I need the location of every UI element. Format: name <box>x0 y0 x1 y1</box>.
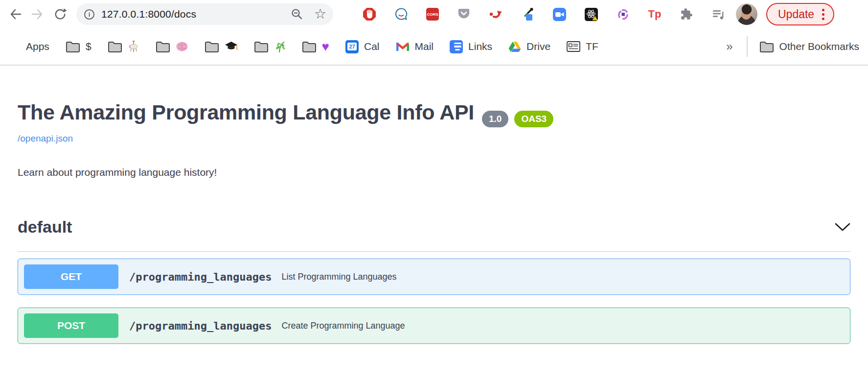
endpoint-path: /programming_languages <box>129 271 272 283</box>
bookmarks-divider <box>747 36 748 57</box>
folder-icon <box>205 41 219 53</box>
other-bookmarks[interactable]: Other Bookmarks <box>759 41 859 53</box>
bookmark-tf[interactable]: TF <box>567 41 598 52</box>
purple-heart-emoji-icon: ♥ <box>322 40 329 53</box>
address-bar[interactable]: i 127.0.0.1:8000/docs ☆ <box>76 3 333 25</box>
cors-extension-icon[interactable]: CORS <box>426 8 439 21</box>
folder-icon <box>156 41 170 53</box>
herb-emoji-icon <box>274 41 286 53</box>
endpoint-row-get-programming-languages[interactable]: GET /programming_languages List Programm… <box>18 259 850 295</box>
swagger-page: The Amazing Programming Language Info AP… <box>0 100 868 344</box>
api-info-header: The Amazing Programming Language Info AP… <box>18 100 850 127</box>
endpoint-summary: Create Programming Language <box>281 321 405 331</box>
endpoint-path: /programming_languages <box>129 320 272 332</box>
browser-toolbar: i 127.0.0.1:8000/docs ☆ CORS <box>0 0 868 28</box>
puzzle-extensions-icon[interactable] <box>680 7 693 21</box>
zoom-out-icon[interactable] <box>291 8 303 21</box>
tf-card-icon <box>567 41 580 52</box>
bookmark-apps[interactable]: Apps <box>9 41 49 52</box>
brain-emoji-icon <box>176 41 188 52</box>
extensions-row: CORS Tp <box>363 7 725 21</box>
other-bookmarks-label: Other Bookmarks <box>779 41 859 52</box>
google-calendar-icon: 27 <box>345 40 359 53</box>
zoom-extension-icon[interactable] <box>552 7 566 21</box>
url-text: 127.0.0.1:8000/docs <box>101 8 196 20</box>
google-drive-icon <box>508 41 521 52</box>
bookmark-label: Drive <box>526 41 550 52</box>
bookmark-links[interactable]: Links <box>450 40 492 53</box>
bookmark-mail[interactable]: Mail <box>396 41 434 52</box>
tp-extension-icon[interactable]: Tp <box>648 7 662 21</box>
links-list-icon <box>450 40 463 53</box>
graduation-cap-emoji-icon <box>225 41 238 52</box>
chevron-down-icon[interactable] <box>835 223 850 231</box>
bookmark-calendar[interactable]: 27 Cal <box>345 40 380 53</box>
profile-avatar[interactable] <box>736 3 757 25</box>
pocket-extension-icon[interactable] <box>457 7 471 21</box>
bookmark-label: Cal <box>364 41 380 52</box>
reload-icon <box>53 7 67 21</box>
version-badge: 1.0 <box>482 111 508 127</box>
browser-menu-dots-icon[interactable] <box>822 9 824 20</box>
update-button[interactable]: Update <box>766 3 834 25</box>
page-title: The Amazing Programming Language Info AP… <box>18 100 474 125</box>
bookmark-star-icon[interactable]: ☆ <box>314 7 326 21</box>
bookmark-label: Links <box>468 41 492 52</box>
bookmark-folder-graduation[interactable] <box>205 41 238 53</box>
bookmarks-overflow-chevron[interactable]: » <box>726 40 732 53</box>
red-arrow-extension-icon[interactable] <box>489 7 503 21</box>
post-method-badge: POST <box>24 313 118 338</box>
folder-icon <box>302 41 317 53</box>
react-devtools-extension-icon[interactable] <box>584 7 598 21</box>
bookmark-label: Apps <box>26 41 49 52</box>
bookmark-folder-herb[interactable] <box>254 41 286 53</box>
color-picker-extension-icon[interactable] <box>521 7 534 21</box>
oas3-badge: OAS3 <box>514 111 553 127</box>
chat-bubble-extension-icon[interactable] <box>394 7 408 21</box>
bookmark-drive[interactable]: Drive <box>508 41 550 52</box>
bookmark-label: TF <box>586 41 598 52</box>
bookmark-folder-purple-heart[interactable]: ♥ <box>302 40 329 53</box>
playlist-music-icon[interactable] <box>711 7 725 21</box>
endpoint-row-post-programming-languages[interactable]: POST /programming_languages Create Progr… <box>18 308 850 344</box>
forward-arrow-icon <box>31 7 45 21</box>
folder-icon <box>108 41 122 53</box>
update-button-label: Update <box>778 8 814 21</box>
carousel-horse-emoji-icon <box>128 40 139 53</box>
openapi-spec-link[interactable]: /openapi.json <box>18 133 73 144</box>
bookmark-folder-dollar[interactable]: $ <box>66 41 91 53</box>
endpoint-summary: List Programming Languages <box>281 272 396 282</box>
recycle-extension-icon[interactable] <box>616 7 630 21</box>
section-title: default <box>18 217 72 237</box>
back-arrow-icon <box>8 7 22 21</box>
reload-button[interactable] <box>49 3 71 25</box>
bookmark-folder-brain[interactable] <box>156 41 188 53</box>
back-button[interactable] <box>4 3 26 25</box>
gmail-icon <box>396 42 410 52</box>
bookmark-label: Mail <box>415 41 434 52</box>
forward-button[interactable] <box>26 3 49 25</box>
dollar-label: $ <box>86 41 91 52</box>
folder-icon <box>254 41 269 53</box>
adblock-stop-hand-icon[interactable] <box>363 7 376 21</box>
bookmarks-bar: Apps $ ♥ 27 Cal Mail Links <box>0 28 868 66</box>
get-method-badge: GET <box>24 264 118 289</box>
bookmark-folder-carousel[interactable] <box>108 40 139 53</box>
default-section-header[interactable]: default <box>18 217 850 252</box>
folder-icon <box>66 41 80 53</box>
page-info-icon[interactable]: i <box>84 9 94 20</box>
api-description: Learn about programming language history… <box>18 167 850 178</box>
folder-icon <box>759 41 774 53</box>
